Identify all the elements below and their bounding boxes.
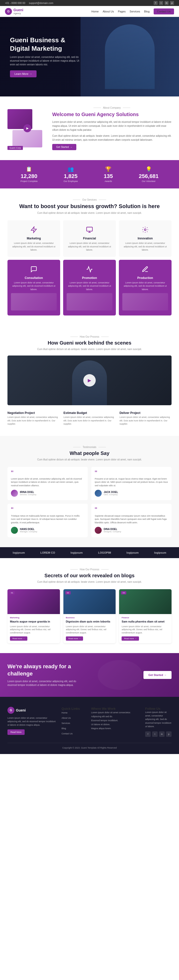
hero-title: Gueni Business & Digital Marketing: [10, 36, 84, 53]
about-section-label: About Company: [52, 107, 171, 109]
hero-cta-button[interactable]: Learn More: [10, 70, 36, 77]
twitter-topbar-icon[interactable]: t: [159, 1, 163, 5]
testimonials-title: What people Say: [8, 450, 171, 456]
brand-5: logipsum: [127, 551, 139, 554]
stat-projects: 📋 12,280 Project Complete: [21, 166, 38, 183]
read-more-3[interactable]: Read more →: [122, 636, 139, 641]
employees-icon: 👥: [63, 166, 78, 172]
process-title: How Gueni work behind the scenes: [8, 340, 171, 346]
quote-mark-4: ": [95, 507, 168, 512]
consultation-title: Consultation: [11, 276, 57, 280]
email-address: support@domain.com: [29, 2, 53, 5]
process-steps: Negotiation Project Lorem ipsum dolor si…: [8, 411, 171, 426]
services-grid: Marketing Lorem ipsum dolor sit amet, co…: [8, 220, 171, 315]
testimonials-desc: Cum illud optime dictum sit ab antiquis:…: [8, 458, 171, 461]
blog-grid: 01 Marketing Mauris augue neque gravida …: [8, 589, 171, 643]
author-avatar-2: [95, 490, 102, 497]
step2-desc: Lorem ipsum dolor sit amet, consectetur …: [63, 416, 116, 426]
footer-quicklinks-title: Quick Links: [62, 707, 86, 711]
pinterest-topbar-icon[interactable]: p: [170, 1, 174, 5]
footer-contact-link[interactable]: Contact Us: [62, 732, 73, 735]
about-title: Welcome to Gueni Agency Solutions: [52, 111, 171, 118]
stat-employees: 👥 1,825 Our Employee: [63, 166, 78, 183]
employees-count: 1,825: [63, 173, 78, 180]
service-card-promotion: Promotion Lorem ipsum dolor sit amet, co…: [63, 260, 116, 316]
read-more-1[interactable]: Read more →: [10, 636, 27, 641]
footer-read-more-button[interactable]: Read More: [8, 729, 25, 735]
brand-2: LOREM CO: [40, 551, 55, 554]
innovation-title: Innovation: [122, 237, 168, 240]
footer-quicklinks-col: Quick Links Home About Us Services Blog …: [62, 707, 86, 737]
blog-section-label: How Our Process: [8, 568, 171, 571]
nav-contact-button[interactable]: Contact Us: [154, 8, 174, 14]
footer-grid: G Gueni Lorem ipsum dolor sit amet, cons…: [8, 707, 171, 737]
stats-section: 📋 12,280 Project Complete 👥 1,825 Our Em…: [0, 160, 179, 188]
blog-post-title-1: Mauris augue neque gravida in: [10, 620, 57, 623]
footer-facebook-icon[interactable]: f: [145, 732, 150, 737]
nav-about[interactable]: About Us: [103, 10, 114, 13]
logo-name: Gueni: [13, 8, 23, 12]
blog-image-2: 02: [63, 589, 116, 614]
innovation-icon: [141, 225, 150, 234]
blog-badge-1: 01: [10, 591, 15, 594]
footer-social-links: f t in p: [145, 732, 171, 737]
production-desc: Lorem ipsum dolor sit amet, consectetur …: [122, 281, 168, 291]
projects-count: 12,280: [21, 173, 38, 180]
footer-logo: G Gueni: [8, 707, 57, 714]
marketing-title: Marketing: [11, 237, 57, 240]
author-avatar-1: [11, 490, 18, 497]
volunteers-count: 256,681: [139, 173, 158, 180]
navigation: G Gueni Agency Home About Us Pages Servi…: [0, 6, 179, 17]
topbar-social: f t in p: [154, 1, 174, 5]
footer-home-link[interactable]: Home: [62, 711, 68, 714]
footer-address: Lorem ipsum dolor sit amet consectetur. …: [91, 711, 140, 731]
step2-title: Estimate Budget: [63, 411, 116, 415]
footer-link-blog: Blog: [62, 726, 86, 730]
author-name-3: HANS DOEL: [20, 528, 37, 531]
footer-links-list: Home About Us Services Blog Contact Us: [62, 711, 86, 735]
facebook-topbar-icon[interactable]: f: [154, 1, 158, 5]
awards-label: Awards: [104, 180, 113, 183]
nav-services[interactable]: Services: [130, 10, 140, 13]
play-video-button[interactable]: ▶: [83, 374, 96, 387]
get-started-button[interactable]: Get Started: [52, 144, 76, 150]
footer-twitter-icon[interactable]: t: [152, 732, 158, 737]
footer-blog-link[interactable]: Blog: [62, 727, 66, 730]
hero-person-silhouette: [105, 24, 155, 89]
stat-volunteers: 💡 256,681 Our Volunteer: [139, 166, 158, 183]
services-section-label: Our Services: [8, 198, 171, 201]
stat-awards: 🏆 135 Awards: [104, 166, 113, 183]
instagram-topbar-icon[interactable]: in: [165, 1, 169, 5]
footer-pinterest-icon[interactable]: p: [166, 732, 171, 737]
logo[interactable]: G Gueni Agency: [5, 8, 23, 15]
process-step-negotiation: Negotiation Project Lorem ipsum dolor si…: [8, 411, 59, 426]
services-section: Our Services Want to boost your business…: [0, 188, 179, 325]
promotion-image: [67, 293, 112, 310]
cta-button[interactable]: Get Started →: [143, 671, 171, 679]
footer-about-link[interactable]: About Us: [62, 717, 71, 719]
blog-category-2: Business: [66, 617, 113, 619]
author-role-2: CEO, Company: [104, 493, 118, 496]
nav-blog[interactable]: Blog: [144, 10, 150, 13]
read-more-2[interactable]: Read more →: [66, 636, 83, 641]
logo-icon: G: [5, 8, 12, 15]
footer-logo-name: Gueni: [16, 708, 26, 712]
footer-follow-col: Follow Us Lorem ipsum dolor sit amet, co…: [145, 707, 171, 737]
awards-icon: 🏆: [104, 166, 113, 172]
nav-pages[interactable]: Pages: [118, 10, 125, 13]
play-button-icon[interactable]: ▶: [23, 124, 31, 132]
author-name-4: DINA DOEL: [104, 528, 121, 531]
testimonials-section-label: Testimonials: [8, 446, 171, 449]
volunteers-label: Our Volunteer: [139, 180, 158, 183]
about-text: About Company Welcome to Gueni Agency So…: [52, 107, 171, 150]
footer-logo-icon: G: [8, 707, 14, 714]
production-icon: [141, 265, 150, 274]
nav-home[interactable]: Home: [92, 10, 99, 13]
footer-services-link[interactable]: Services: [62, 722, 70, 724]
financial-title: Financial: [67, 237, 112, 240]
footer-linkedin-icon[interactable]: in: [159, 732, 165, 737]
author-avatar-3: [11, 527, 18, 534]
blog-desc: Cum illud optime dictum sit ab antiquis:…: [8, 581, 171, 583]
footer-follow-title: Follow Us: [145, 707, 171, 711]
process-video: ▶: [8, 355, 171, 405]
